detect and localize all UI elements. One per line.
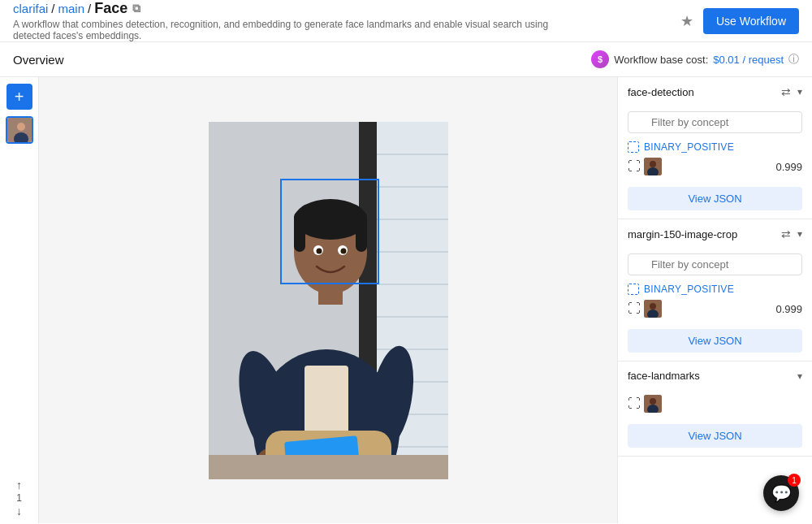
concept-label: BINARY_POSITIVE [628, 141, 802, 153]
cost-badge: $ Workflow base cost: $0.01 / request ⓘ [591, 50, 799, 68]
filter-by-concept-input[interactable] [628, 111, 802, 133]
overview-bar: Overview $ Workflow base cost: $0.01 / r… [0, 42, 812, 77]
page-up-button[interactable]: ↑ [16, 479, 22, 491]
breadcrumb: clarifai / main / Face ⧉ [13, 0, 581, 17]
concept-row-3: ⛶ [618, 390, 812, 421]
cost-amount: $0.01 / request [713, 54, 784, 66]
filter-input-wrap: 🔍 [618, 106, 812, 138]
section-controls: ⇄ ▾ [781, 85, 802, 98]
chat-bubble[interactable]: 💬 1 [763, 475, 799, 511]
filter-icon-button[interactable]: ⇄ [781, 85, 791, 98]
cost-icon: $ [591, 50, 609, 68]
concept-label-2: BINARY_POSITIVE [628, 284, 802, 295]
svg-point-39 [650, 303, 656, 310]
view-json-button-2[interactable]: View JSON [628, 329, 802, 353]
info-icon[interactable]: ⓘ [788, 52, 799, 67]
view-json-button-1[interactable]: View JSON [628, 187, 802, 210]
add-image-button[interactable]: + [6, 84, 32, 110]
chevron-down-icon-2: ▾ [797, 228, 802, 240]
face-landmarks-section: face-landmarks ▾ ⛶ [618, 362, 812, 457]
chat-icon: 💬 [771, 483, 792, 503]
face-detection-title: face-detection [628, 86, 694, 98]
copy-icon[interactable]: ⧉ [132, 2, 140, 15]
face-landmarks-title: face-landmarks [628, 370, 700, 382]
header: clarifai / main / Face ⧉ A workflow that… [0, 0, 812, 42]
face-avatar-2 [644, 300, 662, 318]
breadcrumb-main[interactable]: main [58, 2, 85, 15]
page-down-button[interactable]: ↓ [16, 505, 22, 517]
face-detection-header[interactable]: face-detection ⇄ ▾ [618, 77, 812, 106]
cost-label: Workflow base cost: [614, 54, 708, 66]
overview-label: Overview [13, 53, 64, 67]
face-avatar-3 [644, 395, 662, 413]
face-avatar [644, 158, 662, 175]
image-area [39, 77, 617, 523]
right-panel: face-detection ⇄ ▾ 🔍 BINARY_POSITIVE [617, 77, 812, 523]
pagination: ↑ 1 ↓ [16, 479, 22, 517]
concept-name: BINARY_POSITIVE [644, 141, 734, 153]
chevron-down-icon: ▾ [797, 86, 802, 97]
svg-point-27 [340, 248, 346, 253]
svg-rect-22 [294, 211, 305, 252]
dashed-box-icon [628, 141, 639, 153]
bbox-icon: ⛶ [628, 159, 641, 174]
filter-input-container-2: 🔍 [628, 253, 802, 275]
subtitle: A workflow that combines detection, reco… [13, 19, 581, 41]
thumb-sidebar: + ↑ 1 ↓ [0, 77, 39, 523]
concept-icons: ⛶ [628, 158, 662, 175]
confidence-score-2: 0.999 [775, 303, 802, 315]
chevron-down-icon-3: ▾ [797, 370, 802, 382]
bbox-icon-2: ⛶ [628, 301, 641, 316]
svg-point-42 [650, 398, 656, 405]
header-right: ★ Use Workflow [680, 8, 799, 34]
breadcrumb-app[interactable]: clarifai [13, 2, 48, 15]
concept-detail-3: ⛶ [628, 393, 802, 418]
section-controls-2: ⇄ ▾ [781, 227, 802, 240]
filter-input-wrap-2: 🔍 [618, 249, 812, 280]
concept-row: BINARY_POSITIVE ⛶ 0.999 [618, 138, 812, 184]
section-controls-3: ▾ [797, 370, 802, 382]
face-detection-section: face-detection ⇄ ▾ 🔍 BINARY_POSITIVE [618, 77, 812, 219]
svg-point-36 [650, 161, 656, 167]
use-workflow-button[interactable]: Use Workflow [703, 8, 799, 34]
star-button[interactable]: ★ [680, 12, 693, 30]
filter-icon-button-2[interactable]: ⇄ [781, 227, 791, 240]
filter-input-container: 🔍 [628, 111, 802, 133]
confidence-score: 0.999 [775, 161, 802, 173]
concept-icons-2: ⛶ [628, 300, 662, 318]
margin-150-header[interactable]: margin-150-image-crop ⇄ ▾ [618, 219, 812, 249]
main: + ↑ 1 ↓ [0, 77, 812, 523]
svg-point-26 [316, 248, 322, 253]
chat-badge: 1 [788, 474, 801, 487]
margin-150-title: margin-150-image-crop [628, 228, 737, 240]
concept-icons-3: ⛶ [628, 395, 662, 413]
svg-rect-23 [356, 211, 367, 252]
concept-row-2: BINARY_POSITIVE ⛶ 0.999 [618, 280, 812, 326]
breadcrumb-sep2: / [88, 2, 91, 15]
margin-150-section: margin-150-image-crop ⇄ ▾ 🔍 BINARY_POSIT… [618, 219, 812, 362]
svg-rect-34 [209, 455, 448, 479]
header-left: clarifai / main / Face ⧉ A workflow that… [13, 0, 581, 41]
filter-by-concept-input-2[interactable] [628, 253, 802, 275]
svg-point-1 [17, 123, 25, 131]
breadcrumb-sep1: / [51, 2, 54, 15]
face-landmarks-header[interactable]: face-landmarks ▾ [618, 362, 812, 390]
page-title: Face ⧉ [94, 0, 140, 17]
dashed-box-icon-2 [628, 284, 639, 295]
concept-detail-2: ⛶ 0.999 [628, 298, 802, 323]
thumbnail-item[interactable] [6, 116, 33, 144]
bbox-icon-3: ⛶ [628, 396, 641, 411]
page-count: 1 [16, 492, 22, 504]
concept-name-2: BINARY_POSITIVE [644, 284, 734, 295]
concept-detail: ⛶ 0.999 [628, 156, 802, 180]
view-json-button-3[interactable]: View JSON [628, 424, 802, 448]
